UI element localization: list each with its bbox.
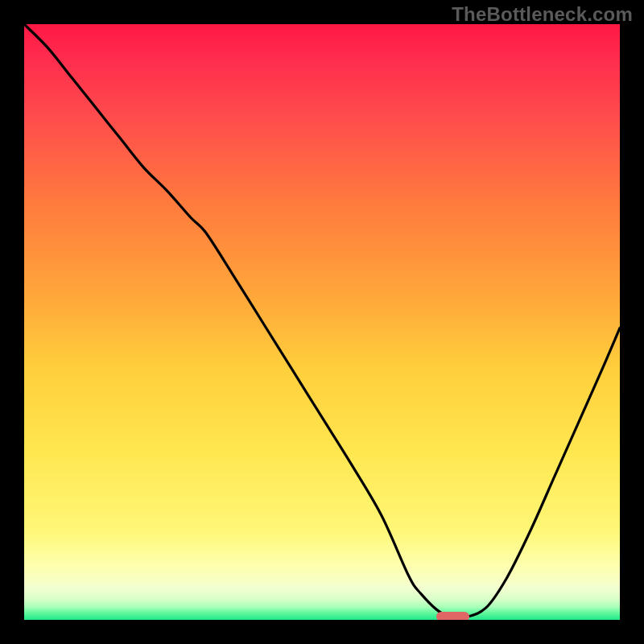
plot-area (24, 24, 620, 620)
gradient-strip (24, 618, 620, 620)
chart-frame: TheBottleneck.com (0, 0, 644, 644)
watermark-text: TheBottleneck.com (452, 3, 633, 26)
